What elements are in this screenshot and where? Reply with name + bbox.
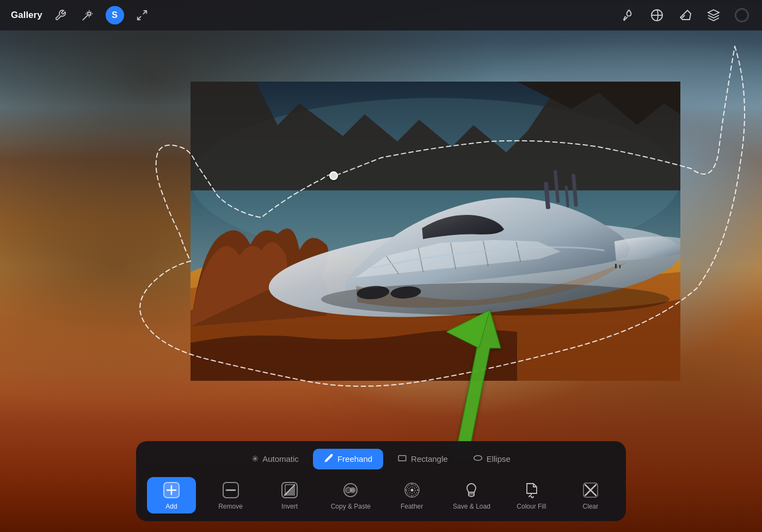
smudge-tool-icon[interactable] (648, 6, 666, 24)
colour-fill-icon (521, 480, 541, 500)
selection-handle[interactable] (329, 171, 338, 180)
bottom-toolbar: ✳ Automatic Freehand Rectangle (136, 441, 626, 521)
freehand-icon (324, 453, 334, 465)
copy-paste-label: Copy & Paste (331, 503, 371, 510)
save-load-label: Save & Load (453, 503, 490, 510)
svg-point-28 (350, 487, 355, 493)
automatic-mode-tab[interactable]: ✳ Automatic (241, 449, 310, 468)
gallery-button[interactable]: Gallery (11, 10, 42, 21)
magic-wand-icon[interactable] (78, 6, 97, 24)
toolbar-right (619, 6, 751, 24)
colour-fill-button[interactable]: Colour Fill (507, 477, 556, 514)
svg-rect-10 (615, 264, 617, 268)
freehand-mode-tab[interactable]: Freehand (313, 449, 383, 469)
svg-line-13 (143, 11, 146, 14)
brush-tool-icon[interactable] (619, 6, 638, 24)
svg-rect-18 (398, 455, 406, 461)
ellipse-label: Ellipse (487, 454, 511, 463)
color-picker-icon[interactable] (733, 6, 751, 24)
svg-point-32 (410, 488, 413, 491)
svg-line-14 (137, 16, 140, 20)
svg-point-17 (737, 10, 747, 20)
ellipse-icon (473, 453, 483, 465)
colour-fill-label: Colour Fill (517, 503, 546, 510)
svg-marker-15 (708, 10, 719, 15)
feather-icon (402, 480, 422, 500)
invert-button[interactable]: Invert (265, 477, 314, 514)
clear-button[interactable]: Clear (566, 477, 615, 514)
layers-icon[interactable] (704, 6, 723, 24)
remove-icon (221, 480, 241, 500)
automatic-icon: ✳ (251, 454, 259, 464)
svg-rect-11 (619, 265, 620, 268)
copy-paste-button[interactable]: Copy & Paste (324, 477, 377, 514)
save-load-button[interactable]: Save & Load (446, 477, 497, 514)
wrench-icon[interactable] (51, 6, 70, 24)
svg-point-19 (474, 455, 482, 460)
canvas-artwork (190, 82, 680, 381)
rectangle-mode-tab[interactable]: Rectangle (386, 449, 459, 469)
invert-label: Invert (281, 503, 298, 510)
s-badge[interactable]: S (106, 6, 124, 24)
freehand-label: Freehand (337, 454, 372, 463)
feather-label: Feather (401, 503, 423, 510)
remove-button[interactable]: Remove (206, 477, 255, 514)
copy-paste-icon (341, 480, 360, 500)
add-label: Add (165, 503, 177, 510)
rectangle-icon (397, 453, 407, 465)
top-toolbar: Gallery S (0, 0, 762, 30)
eraser-tool-icon[interactable] (676, 6, 695, 24)
transform-icon[interactable] (133, 6, 151, 24)
add-icon (162, 480, 181, 500)
save-load-icon (462, 480, 481, 500)
invert-icon (280, 480, 299, 500)
rectangle-label: Rectangle (411, 454, 448, 463)
toolbar-left: Gallery S (11, 6, 151, 24)
feather-button[interactable]: Feather (388, 477, 437, 514)
action-buttons-bar: Add Remove Invert (147, 477, 615, 514)
ellipse-mode-tab[interactable]: Ellipse (462, 449, 521, 469)
selection-mode-bar: ✳ Automatic Freehand Rectangle (147, 449, 615, 469)
svg-point-9 (321, 283, 669, 316)
clear-label: Clear (583, 503, 599, 510)
remove-label: Remove (218, 503, 243, 510)
clear-icon (581, 480, 600, 500)
automatic-label: Automatic (262, 454, 299, 463)
svg-point-12 (88, 13, 91, 16)
add-button[interactable]: Add (147, 477, 196, 514)
